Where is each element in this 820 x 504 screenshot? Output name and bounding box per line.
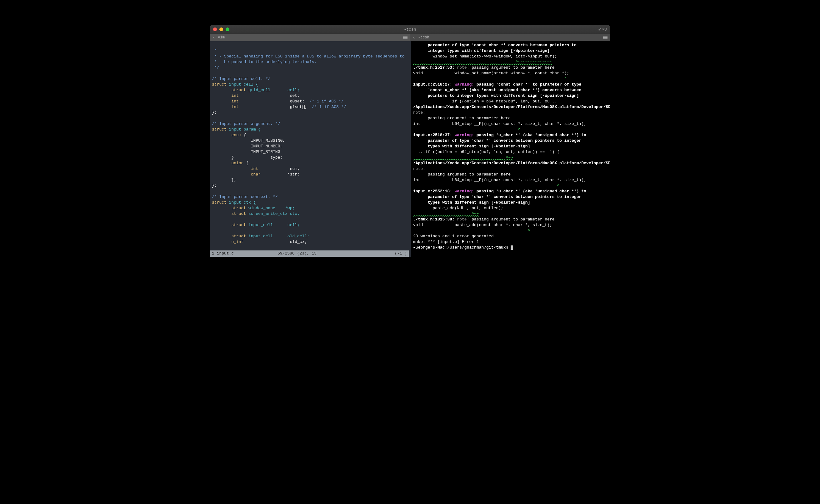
code-line: [212, 228, 215, 233]
out-line: parameter of type 'const char *' convert…: [413, 43, 576, 47]
code-text: g0set;: [239, 99, 309, 104]
code-line: * be passed to the underlying terminals.: [212, 60, 317, 64]
close-button[interactable]: [213, 27, 217, 31]
titlebar[interactable]: -tcsh ⤢ ⌘3: [210, 25, 610, 34]
code-comment: /* 1 if ACS */: [309, 99, 343, 104]
titlebar-shortcut: ⤢ ⌘3: [598, 27, 607, 32]
code-kw: struct: [212, 82, 227, 87]
out-line: window_set_name(ictx->wp->window, ictx->…: [413, 54, 557, 59]
code-kw: struct: [212, 206, 246, 210]
code-line: /* Input parser cell. */: [212, 77, 270, 81]
code-kw: struct: [212, 200, 227, 205]
out-line: int b64_ntop __P((u_char const *, size_t…: [413, 121, 586, 126]
code-line: [212, 116, 215, 121]
hamburger-icon[interactable]: [603, 36, 607, 39]
tab-label: vim: [218, 35, 225, 40]
status-filename: 1 input.c: [212, 250, 278, 257]
out-note: note:: [413, 110, 425, 115]
shell-prompt[interactable]: ▸George's-Mac:/Users/gnachman/git/tmux%: [413, 245, 511, 250]
code-kw: union: [212, 161, 244, 166]
out-line: pointers to integer types with different…: [413, 93, 579, 98]
vim-statusline: 1 input.c 59/2586 (2%), 13 (-1 ): [210, 250, 409, 257]
out-note: note:: [457, 217, 469, 222]
code-text: ;: [305, 105, 312, 109]
out-loc: input.c:2552:18:: [413, 189, 455, 194]
code-id: grid_cell cell;: [246, 88, 300, 92]
out-msg: passing argument to parameter here: [469, 65, 554, 70]
code-line: /* Input parser argument. */: [212, 121, 280, 126]
code-text: g1set: [239, 105, 302, 109]
out-line: parameter of type 'char *' converts betw…: [413, 138, 581, 143]
window-title: -tcsh: [404, 27, 416, 32]
status-position: 59/2586 (2%), 13: [278, 250, 395, 257]
code-text: set;: [239, 93, 300, 98]
code-kw: int: [212, 93, 239, 98]
vim-pane[interactable]: * * - Special handling for ESC inside a …: [210, 41, 411, 257]
terminal-window: -tcsh ⤢ ⌘3 ✕ vim ✕ -tcsh * * - Special h…: [210, 25, 610, 257]
out-caret: ^~~: [413, 211, 479, 216]
code-text: num;: [258, 166, 300, 171]
code-line: [212, 71, 215, 76]
code-line: };: [212, 110, 217, 115]
out-line: integer types with different sign [-Wpoi…: [413, 48, 550, 53]
code-kw: struct: [212, 127, 227, 132]
out-line: passing argument to parameter here: [413, 172, 511, 177]
out-loc: /Applications/Xcode.app/Contents/Develop…: [413, 105, 610, 109]
hamburger-icon[interactable]: [403, 36, 408, 39]
tab-tcsh[interactable]: ✕ -tcsh: [410, 34, 610, 41]
out-warning: warning:: [455, 133, 474, 137]
out-caret: ^: [413, 77, 567, 81]
close-icon[interactable]: ✕: [413, 35, 415, 40]
code-kw: enum: [212, 133, 241, 137]
minimize-button[interactable]: [220, 27, 223, 31]
code-id: input_param {: [227, 127, 261, 132]
out-line: parameter of type 'char *' converts betw…: [413, 195, 581, 199]
code-line: } type;: [212, 155, 283, 160]
code-line: *: [212, 48, 217, 53]
out-msg: passing 'const char *' to parameter of t…: [474, 82, 581, 87]
traffic-lights: [213, 27, 230, 31]
code-kw: struct: [212, 88, 246, 92]
out-msg: passing 'u_char *' (aka 'unsigned char *…: [474, 189, 586, 194]
code-text: {: [241, 133, 246, 137]
expand-icon: ⤢: [598, 27, 601, 32]
code-comment: /* 1 if ACS */: [312, 105, 346, 109]
out-msg: passing 'u_char *' (aka 'unsigned char *…: [474, 133, 586, 137]
code-kw: char: [212, 172, 261, 177]
out-caret: ^~~~~~~~~~~~~~~: [413, 60, 552, 64]
cursor: [511, 245, 513, 250]
code-content: * * - Special handling for ESC inside a …: [210, 41, 409, 252]
code-kw: struct: [212, 211, 246, 216]
out-line: 'const u_char *' (aka 'const unsigned ch…: [413, 88, 581, 92]
out-line: void paste_add(const char *, char *, siz…: [413, 223, 552, 227]
code-id: input_cell cell;: [246, 223, 300, 227]
code-kw: int: [212, 105, 239, 109]
code-text: *str;: [261, 172, 300, 177]
code-line: [212, 189, 215, 194]
code-text: {: [244, 161, 249, 166]
out-make-error: make: *** [input.o] Error 1: [413, 240, 479, 244]
out-loc: ./tmux.h:1815:38:: [413, 217, 457, 222]
shell-pane[interactable]: parameter of type 'const char *' convert…: [411, 41, 610, 257]
code-kw: int: [212, 99, 239, 104]
tab-vim[interactable]: ✕ vim: [210, 34, 410, 41]
out-line: int b64_ntop __P((u_char const *, size_t…: [413, 178, 586, 182]
out-line: if ((outlen = b64_ntop(buf, len, out, ou…: [413, 99, 557, 104]
out-caret: ^: [413, 127, 520, 132]
out-line: passing argument to parameter here: [413, 116, 511, 121]
code-line: * - Special handling for ESC inside a DC…: [212, 54, 404, 59]
code-line: };: [212, 178, 236, 182]
zoom-button[interactable]: [226, 27, 230, 31]
code-line: };: [212, 183, 217, 188]
code-kw: int: [212, 166, 258, 171]
out-msg: passing argument to parameter here: [469, 217, 554, 222]
status-right: (-1 ): [395, 250, 407, 257]
out-line: types with different sign [-Wpointer-sig…: [413, 200, 530, 205]
out-caret: ^: [413, 228, 530, 233]
out-warning: warning:: [455, 82, 474, 87]
close-icon[interactable]: ✕: [213, 35, 215, 40]
terminal-output: parameter of type 'const char *' convert…: [411, 41, 610, 252]
out-loc: /Applications/Xcode.app/Contents/Develop…: [413, 161, 610, 166]
code-text: old_cx;: [244, 240, 307, 244]
out-caret: ^~~: [413, 155, 513, 160]
